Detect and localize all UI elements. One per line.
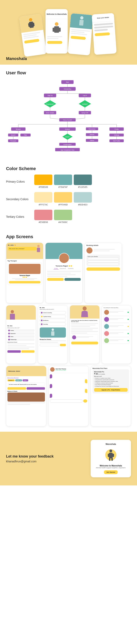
hex-a7d08c: #A7D08C <box>58 221 68 224</box>
svg-text:Resources: Resources <box>89 128 96 130</box>
swatch-518585: #518585 <box>74 174 92 188</box>
svg-rect-90 <box>51 331 54 336</box>
footer-welcome-subtitle: Mental health support anytime, anywhere <box>94 467 128 469</box>
svg-rect-5 <box>54 26 59 33</box>
mockup-card-4: Enter your details <box>92 13 117 55</box>
svg-text:Book?: Book? <box>65 136 70 138</box>
svg-rect-88 <box>10 314 15 320</box>
screens-row-3: Welcome John! Manoshala Member Sessions:… <box>6 366 131 426</box>
svg-point-87 <box>11 310 14 313</box>
hero-section: Welcome to Manoshala <box>0 0 137 65</box>
svg-text:Enter Details: Enter Details <box>46 112 54 114</box>
swatch-ffd46d: #FFD46D <box>54 192 72 206</box>
hex-70afaf: #70AFAF <box>58 186 68 188</box>
hex-b3d4d3: #B3D4D3 <box>78 204 87 206</box>
color-70afaf <box>54 174 72 185</box>
footer-left: Let me know your feedback khanadhruv@gma… <box>6 454 83 463</box>
screen-grounding: I am looking for instant grounding <box>102 305 131 364</box>
screen-member: Welcome John! Manoshala Member Sessions:… <box>6 366 46 426</box>
svg-point-0 <box>29 18 32 22</box>
screen-therapist-profile: Tamanna Rajpal ⭐🌟 Profile Experience Ava… <box>45 242 83 303</box>
color-518585 <box>74 174 92 185</box>
svg-rect-6 <box>53 28 55 32</box>
primary-colors-label: Primary Colors <box>6 180 34 183</box>
hex-518585: #518585 <box>78 186 87 188</box>
svg-text:Sign Up: Sign Up <box>48 95 53 96</box>
color-b3d4d3 <box>74 192 92 202</box>
svg-point-89 <box>52 328 54 331</box>
primary-swatches: #FDB508 #70AFAF #518585 <box>34 174 92 188</box>
screen-chat: John Paul Thomas ● Now Tamanna Rajpal <box>48 366 89 426</box>
footer-heading: Let me know your feedback <box>6 454 83 458</box>
color-a7d08c <box>54 210 72 220</box>
color-ffe7ac <box>34 192 52 202</box>
screen-session: Mr. John What would you like the bot for… <box>38 305 68 364</box>
hero-title: Manoshala <box>6 56 27 61</box>
svg-text:Onboarding: Onboarding <box>64 88 71 90</box>
svg-point-91 <box>83 306 87 310</box>
secondary-colors-row: Secondary Colors #FFE7AC #FFD46D #B3D4D3 <box>6 192 131 206</box>
swatch-ffe7ac: #FFE7AC <box>34 192 52 206</box>
screen-top-therapist: Mr. John 👋 Why would I like a therapist?… <box>6 242 43 303</box>
hex-fdb508: #FDB508 <box>39 186 48 188</box>
svg-text:Verify OTP: Verify OTP <box>81 112 88 114</box>
screens-row-1: Mr. John 👋 Why would I like a therapist?… <box>6 242 131 303</box>
hex-ffd46d: #FFD46D <box>58 204 68 206</box>
tertiary-colors-row: Tertiary Colors #E98B90 #A7D08C <box>6 210 131 224</box>
color-fdb508 <box>34 174 52 185</box>
primary-colors-row: Primary Colors #FDB508 #70AFAF #518585 <box>6 174 131 188</box>
hex-ffe7ac: #FFE7AC <box>39 204 48 206</box>
svg-rect-93 <box>109 453 113 458</box>
swatch-a7d08c: #A7D08C <box>54 210 72 224</box>
footer-welcome-title: Welcome to Manoshala <box>94 464 128 467</box>
svg-rect-86 <box>37 248 40 252</box>
color-scheme-title: Color Scheme <box>6 166 131 171</box>
swatch-fdb508: #FDB508 <box>34 174 52 188</box>
svg-text:Videos: Videos <box>90 140 94 142</box>
screen-booking-details: Booking details Enter your details <box>85 242 122 303</box>
color-e98b90 <box>34 210 52 220</box>
svg-text:Browse: Browse <box>16 128 21 130</box>
footer-email: khanadhruv@gmail.com <box>6 460 83 463</box>
screen-article: Lorem ipsum has been the industry's stan… <box>70 305 100 364</box>
svg-text:Settings: Settings <box>114 134 119 136</box>
svg-text:Registered?: Registered? <box>46 104 54 105</box>
hex-e98b90: #E98B90 <box>39 221 48 224</box>
tertiary-colors-label: Tertiary Colors <box>6 215 34 218</box>
svg-rect-7 <box>59 28 61 32</box>
swatch-e98b90: #E98B90 <box>34 210 52 224</box>
svg-text:App Completed / End: App Completed / End <box>61 149 74 151</box>
svg-point-8 <box>80 16 84 20</box>
user-flow-title: User flow <box>6 70 133 76</box>
footer-right: Manoshala Welcome to Manoshala Mental he… <box>91 440 131 477</box>
user-flow-section: User flow Start Onboarding Sign Up Log I… <box>0 65 137 160</box>
screens-row-2: Mr. John What would you like to do? Anxi… <box>6 305 131 364</box>
svg-text:Edit Profile: Edit Profile <box>113 140 120 142</box>
svg-point-85 <box>37 245 40 247</box>
swatch-b3d4d3: #B3D4D3 <box>74 192 92 206</box>
svg-text:Filter: Filter <box>24 134 27 136</box>
swatch-70afaf: #70AFAF <box>54 174 72 188</box>
footer-cta-button[interactable]: Get Started <box>104 470 118 474</box>
svg-text:Therapist: Therapist <box>10 140 16 142</box>
flow-diagram: Start Onboarding Sign Up Log In Register… <box>6 79 133 156</box>
svg-text:Articles: Articles <box>90 134 95 136</box>
svg-point-4 <box>55 22 58 26</box>
svg-rect-96 <box>109 458 110 461</box>
svg-rect-9 <box>79 20 84 26</box>
svg-text:Profile: Profile <box>115 128 119 130</box>
app-screens-section: App Screens Mr. John 👋 Why would I like … <box>0 229 137 432</box>
svg-text:Start: Start <box>66 82 69 83</box>
app-screens-title: App Screens <box>6 234 131 240</box>
mockup-card-2: Welcome to Manoshala <box>45 9 68 54</box>
mockup-card-1 <box>19 14 47 57</box>
svg-text:Verified?: Verified? <box>82 104 88 105</box>
color-scheme-section: Color Scheme Primary Colors #FDB508 #70A… <box>0 160 137 229</box>
svg-point-92 <box>109 450 112 452</box>
svg-text:Session: Session <box>65 128 70 130</box>
svg-text:Confirmation: Confirmation <box>63 144 72 146</box>
screen-pricing: Manoshala First Plans Manoshala Pro ₹ 99… <box>91 366 131 426</box>
footer-section: Let me know your feedback khanadhruv@gma… <box>0 432 137 486</box>
svg-text:Log In: Log In <box>83 95 87 96</box>
secondary-swatches: #FFE7AC #FFD46D #B3D4D3 <box>34 192 92 206</box>
